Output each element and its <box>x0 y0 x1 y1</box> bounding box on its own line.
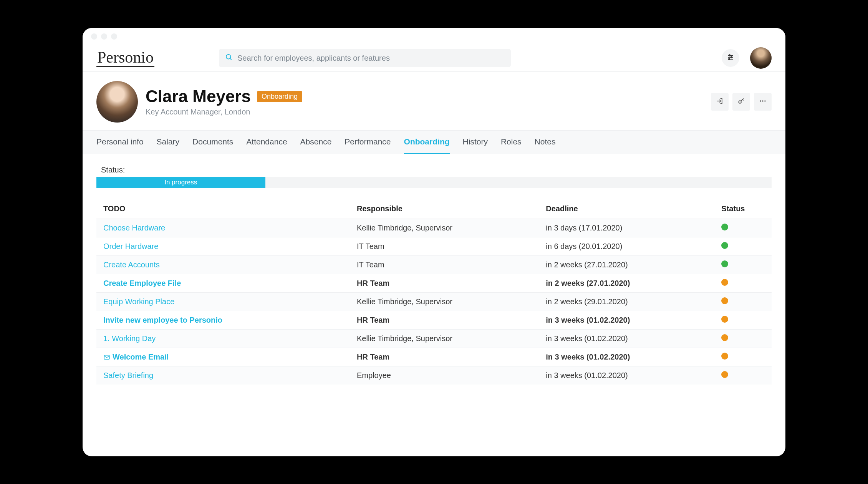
svg-point-5 <box>729 55 730 56</box>
status-cell <box>717 219 772 237</box>
svg-point-10 <box>762 100 763 101</box>
brand-logo[interactable]: Personio <box>96 49 154 67</box>
responsible-cell: Employee <box>353 366 542 385</box>
status-dot-icon <box>721 279 728 286</box>
tab-history[interactable]: History <box>463 131 488 154</box>
more-horizontal-icon <box>759 97 767 106</box>
status-dot-icon <box>721 224 728 230</box>
status-cell <box>717 292 772 311</box>
responsible-cell: Kellie Timbridge, Supervisor <box>353 292 542 311</box>
status-badge: Onboarding <box>257 91 302 102</box>
responsible-cell: HR Team <box>353 274 542 292</box>
status-dot-icon <box>721 353 728 360</box>
key-icon <box>737 97 745 106</box>
window-control-close[interactable] <box>91 33 97 40</box>
global-search[interactable] <box>219 49 511 67</box>
status-dot-icon <box>721 371 728 378</box>
window-control-zoom[interactable] <box>111 33 117 40</box>
responsible-cell: HR Team <box>353 311 542 329</box>
status-dot-icon <box>721 260 728 267</box>
deadline-cell: in 3 weeks (01.02.2020) <box>542 348 717 366</box>
window-titlebar <box>83 28 785 45</box>
filters-button[interactable] <box>722 49 739 67</box>
deadline-cell: in 2 weeks (27.01.2020) <box>542 274 717 292</box>
status-cell <box>717 255 772 274</box>
deadline-cell: in 3 weeks (01.02.2020) <box>542 329 717 348</box>
employee-avatar[interactable] <box>96 81 138 123</box>
login-as-button[interactable] <box>711 93 729 111</box>
deadline-cell: in 3 days (17.01.2020) <box>542 219 717 237</box>
svg-point-0 <box>226 55 231 59</box>
tab-notes[interactable]: Notes <box>535 131 556 154</box>
app-window: Personio Clara Meyers Onboarding Key Acc… <box>83 28 785 456</box>
todo-link[interactable]: Equip Working Place <box>103 297 174 306</box>
todo-link[interactable]: Welcome Email <box>113 353 169 361</box>
employee-subtitle: Key Account Manager, London <box>146 108 302 116</box>
deadline-cell: in 2 weeks (27.01.2020) <box>542 255 717 274</box>
table-row: Welcome EmailHR Teamin 3 weeks (01.02.20… <box>96 348 772 366</box>
tab-salary[interactable]: Salary <box>157 131 180 154</box>
onboarding-todo-table: TODO Responsible Deadline Status Choose … <box>96 199 772 385</box>
status-dot-icon <box>721 242 728 249</box>
todo-link[interactable]: Invite new employee to Personio <box>103 316 222 324</box>
status-cell <box>717 366 772 385</box>
tab-absence[interactable]: Absence <box>300 131 332 154</box>
profile-header: Clara Meyers Onboarding Key Account Mana… <box>83 72 785 130</box>
status-cell <box>717 274 772 292</box>
profile-tabs: Personal infoSalaryDocumentsAttendanceAb… <box>83 130 785 154</box>
permissions-button[interactable] <box>732 93 750 111</box>
tab-roles[interactable]: Roles <box>501 131 522 154</box>
deadline-cell: in 2 weeks (29.01.2020) <box>542 292 717 311</box>
todo-link[interactable]: Safety Briefing <box>103 371 153 380</box>
employee-name: Clara Meyers <box>146 87 251 106</box>
svg-line-1 <box>230 58 232 60</box>
progress-fill: In progress <box>96 177 265 188</box>
responsible-cell: Kellie Timbridge, Supervisor <box>353 329 542 348</box>
tab-content-onboarding: Status: In progress TODO Responsible Dea… <box>83 154 785 456</box>
user-avatar[interactable] <box>750 47 772 69</box>
svg-point-8 <box>739 101 741 103</box>
table-row: Create AccountsIT Teamin 2 weeks (27.01.… <box>96 255 772 274</box>
deadline-cell: in 3 weeks (01.02.2020) <box>542 366 717 385</box>
tab-performance[interactable]: Performance <box>345 131 391 154</box>
top-bar: Personio <box>83 45 785 72</box>
window-control-minimize[interactable] <box>101 33 107 40</box>
tab-onboarding[interactable]: Onboarding <box>404 131 450 154</box>
svg-point-6 <box>731 56 732 58</box>
deadline-cell: in 3 weeks (01.02.2020) <box>542 311 717 329</box>
responsible-cell: HR Team <box>353 348 542 366</box>
progress-text: In progress <box>164 179 197 186</box>
sliders-icon <box>727 53 734 63</box>
responsible-cell: IT Team <box>353 255 542 274</box>
search-icon <box>225 53 233 63</box>
responsible-cell: Kellie Timbridge, Supervisor <box>353 219 542 237</box>
todo-link[interactable]: 1. Working Day <box>103 334 156 343</box>
tab-personal-info[interactable]: Personal info <box>96 131 144 154</box>
col-todo: TODO <box>96 199 353 219</box>
table-row: 1. Working DayKellie Timbridge, Supervis… <box>96 329 772 348</box>
todo-link[interactable]: Choose Hardware <box>103 224 165 232</box>
profile-actions <box>711 93 772 111</box>
status-dot-icon <box>721 316 728 323</box>
more-actions-button[interactable] <box>754 93 772 111</box>
tab-attendance[interactable]: Attendance <box>246 131 287 154</box>
todo-link[interactable]: Order Hardware <box>103 242 158 250</box>
todo-link[interactable]: Create Employee File <box>103 279 181 287</box>
col-deadline: Deadline <box>542 199 717 219</box>
col-status: Status <box>717 199 772 219</box>
responsible-cell: IT Team <box>353 237 542 255</box>
table-row: Invite new employee to PersonioHR Teamin… <box>96 311 772 329</box>
enter-icon <box>716 97 724 106</box>
svg-point-11 <box>764 100 765 101</box>
status-cell <box>717 329 772 348</box>
mail-icon <box>103 354 110 361</box>
table-row: Choose HardwareKellie Timbridge, Supervi… <box>96 219 772 237</box>
svg-point-7 <box>729 58 730 60</box>
status-label: Status: <box>101 166 772 174</box>
table-row: Create Employee FileHR Teamin 2 weeks (2… <box>96 274 772 292</box>
col-responsible: Responsible <box>353 199 542 219</box>
tab-documents[interactable]: Documents <box>192 131 233 154</box>
search-input[interactable] <box>237 54 505 63</box>
table-row: Equip Working PlaceKellie Timbridge, Sup… <box>96 292 772 311</box>
todo-link[interactable]: Create Accounts <box>103 260 160 269</box>
